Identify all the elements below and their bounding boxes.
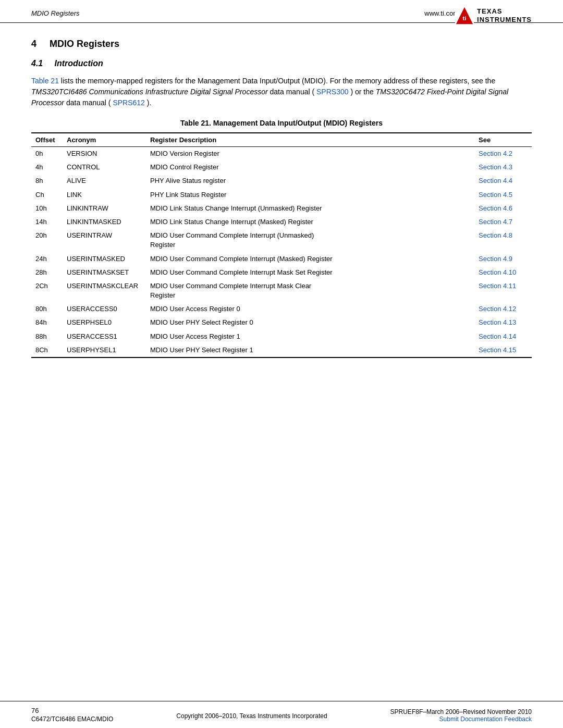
ti-logo-icon: ti <box>455 6 474 25</box>
cell-description: MDIO Control Register <box>146 161 474 174</box>
chapter-heading: MDIO Registers <box>50 39 119 49</box>
footer-left: 76 C6472/TCI6486 EMAC/MDIO <box>31 707 113 723</box>
cell-description: MDIO Link Status Change Interrupt (Maske… <box>146 215 474 229</box>
section-link[interactable]: Section 4.8 <box>479 231 512 239</box>
cell-description: MDIO Link Status Change Interrupt (Unmas… <box>146 202 474 215</box>
col-header-desc: Register Description <box>146 133 474 147</box>
svg-text:ti: ti <box>463 15 467 21</box>
main-content: 4 MDIO Registers 4.1 Introduction Table … <box>0 23 563 701</box>
section-link[interactable]: Section 4.13 <box>479 318 516 326</box>
cell-see[interactable]: Section 4.10 <box>474 266 532 279</box>
cell-offset: 88h <box>31 330 63 343</box>
footer-feedback-link[interactable]: Submit Documentation Feedback <box>439 715 532 723</box>
cell-offset: 28h <box>31 266 63 279</box>
cell-see[interactable]: Section 4.2 <box>474 147 532 161</box>
footer-doc-id: C6472/TCI6486 EMAC/MDIO <box>31 715 113 723</box>
section-title: 4.1 Introduction <box>31 59 532 68</box>
col-header-see: See <box>474 133 532 147</box>
footer-page-number: 76 <box>31 707 113 714</box>
cell-offset: Ch <box>31 188 63 202</box>
section-heading: Introduction <box>54 59 103 68</box>
cell-see[interactable]: Section 4.12 <box>474 302 532 316</box>
cell-acronym: VERSION <box>63 147 146 161</box>
cell-see[interactable]: Section 4.14 <box>474 330 532 343</box>
cell-description: MDIO User Command Complete Interrupt (Ma… <box>146 252 474 266</box>
section-link[interactable]: Section 4.3 <box>479 163 512 171</box>
cell-offset: 10h <box>31 202 63 215</box>
section-link[interactable]: Section 4.12 <box>479 305 516 313</box>
page: ti Texas Instruments MDIO Registers www.… <box>0 0 563 728</box>
cell-description: MDIO User Access Register 1 <box>146 330 474 343</box>
cell-acronym: USERINTMASKED <box>63 252 146 266</box>
header-right: www.ti.com <box>424 9 459 17</box>
cell-offset: 8Ch <box>31 343 63 357</box>
table-title: Table 21. Management Data Input/Output (… <box>31 119 532 127</box>
table-header-row: Offset Acronym Register Description See <box>31 133 532 147</box>
cell-see[interactable]: Section 4.5 <box>474 188 532 202</box>
table-row: 8hALIVEPHY Alive Status registerSection … <box>31 174 532 188</box>
cell-acronym: USERINTRAW <box>63 229 146 252</box>
cell-acronym: LINKINTRAW <box>63 202 146 215</box>
section-link[interactable]: Section 4.5 <box>479 191 512 199</box>
cell-see[interactable]: Section 4.11 <box>474 279 532 302</box>
cell-offset: 8h <box>31 174 63 188</box>
table-row: 24hUSERINTMASKEDMDIO User Command Comple… <box>31 252 532 266</box>
chapter-title: 4 MDIO Registers <box>31 39 532 50</box>
cell-description: MDIO User PHY Select Register 1 <box>146 343 474 357</box>
cell-acronym: LINK <box>63 188 146 202</box>
section-link[interactable]: Section 4.2 <box>479 150 512 157</box>
cell-description: MDIO User Command Complete Interrupt (Un… <box>146 229 474 252</box>
section-link[interactable]: Section 4.11 <box>479 282 516 290</box>
cell-acronym: USERPHSEL0 <box>63 316 146 329</box>
section-link[interactable]: Section 4.7 <box>479 218 512 226</box>
cell-see[interactable]: Section 4.15 <box>474 343 532 357</box>
cell-description: PHY Alive Status register <box>146 174 474 188</box>
cell-see[interactable]: Section 4.6 <box>474 202 532 215</box>
cell-acronym: USERACCESS1 <box>63 330 146 343</box>
cell-see[interactable]: Section 4.9 <box>474 252 532 266</box>
col-header-acronym: Acronym <box>63 133 146 147</box>
section-link[interactable]: Section 4.6 <box>479 204 512 212</box>
cell-description: MDIO User Command Complete Interrupt Mas… <box>146 279 474 302</box>
intro-paragraph: Table 21 lists the memory-mapped registe… <box>31 76 532 108</box>
cell-see[interactable]: Section 4.13 <box>474 316 532 329</box>
footer-revision: SPRUEF8F–March 2006–Revised November 201… <box>390 708 532 715</box>
table-row: ChLINKPHY Link Status RegisterSection 4.… <box>31 188 532 202</box>
cell-acronym: USERPHYSEL1 <box>63 343 146 357</box>
section-link[interactable]: Section 4.15 <box>479 346 516 354</box>
cell-offset: 20h <box>31 229 63 252</box>
table21-link[interactable]: Table 21 <box>31 77 59 85</box>
section-link[interactable]: Section 4.4 <box>479 177 512 184</box>
footer-copyright: Copyright 2006–2010, Texas Instruments I… <box>176 712 327 723</box>
table-row: 88hUSERACCESS1MDIO User Access Register … <box>31 330 532 343</box>
cell-acronym: USERACCESS0 <box>63 302 146 316</box>
table-row: 0hVERSIONMDIO Version RegisterSection 4.… <box>31 147 532 161</box>
section-link[interactable]: Section 4.9 <box>479 255 512 263</box>
ti-logo-text: Texas Instruments <box>477 7 532 23</box>
table-row: 80hUSERACCESS0MDIO User Access Register … <box>31 302 532 316</box>
table-row: 20hUSERINTRAWMDIO User Command Complete … <box>31 229 532 252</box>
sprs300-link[interactable]: SPRS300 <box>316 88 348 96</box>
cell-description: MDIO User Access Register 0 <box>146 302 474 316</box>
cell-see[interactable]: Section 4.7 <box>474 215 532 229</box>
table-row: 2ChUSERINTMASKCLEARMDIO User Command Com… <box>31 279 532 302</box>
table-row: 4hCONTROLMDIO Control RegisterSection 4.… <box>31 161 532 174</box>
cell-offset: 2Ch <box>31 279 63 302</box>
table-row: 28hUSERINTMASKSETMDIO User Command Compl… <box>31 266 532 279</box>
table-row: 10hLINKINTRAWMDIO Link Status Change Int… <box>31 202 532 215</box>
cell-offset: 80h <box>31 302 63 316</box>
cell-see[interactable]: Section 4.8 <box>474 229 532 252</box>
header-left: MDIO Registers <box>31 9 79 17</box>
section-link[interactable]: Section 4.14 <box>479 332 516 340</box>
col-header-offset: Offset <box>31 133 63 147</box>
section-number: 4.1 <box>31 59 43 68</box>
cell-see[interactable]: Section 4.4 <box>474 174 532 188</box>
cell-offset: 14h <box>31 215 63 229</box>
sprs612-link[interactable]: SPRS612 <box>113 98 144 107</box>
cell-offset: 0h <box>31 147 63 161</box>
cell-description: MDIO User PHY Select Register 0 <box>146 316 474 329</box>
cell-see[interactable]: Section 4.3 <box>474 161 532 174</box>
table-row: 14hLINKINTMASKEDMDIO Link Status Change … <box>31 215 532 229</box>
section-link[interactable]: Section 4.10 <box>479 268 516 276</box>
table-row: 84hUSERPHSEL0MDIO User PHY Select Regist… <box>31 316 532 329</box>
